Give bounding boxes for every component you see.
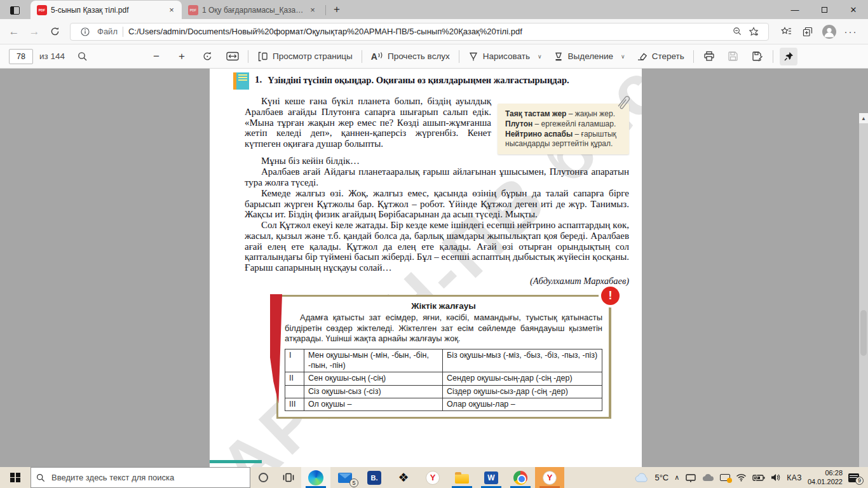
profile-button[interactable] [818, 25, 840, 39]
onedrive-cloud-icon[interactable] [702, 473, 714, 482]
forward-button[interactable]: → [24, 22, 44, 42]
save-as-button[interactable] [749, 48, 766, 65]
chevron-down-icon[interactable]: ∨ [621, 53, 625, 60]
cortana-icon [259, 473, 268, 482]
taskbar-app-mail[interactable]: 5 [330, 467, 360, 488]
collections-icon[interactable] [797, 22, 818, 42]
new-tab-button[interactable]: + [329, 1, 345, 18]
save-as-icon [752, 51, 763, 62]
start-button[interactable] [0, 467, 31, 488]
tray-expand-icon[interactable]: ∧ [674, 473, 679, 482]
zoom-out-button[interactable]: − [147, 48, 165, 65]
tab-inactive-pdf[interactable]: PDF 1 Оқу бағдарламасы_Қазақ тілі × [182, 1, 323, 19]
plural-cell: Біз оқушы-мыз (-міз, -быз, -біз, -пыз, -… [443, 349, 602, 372]
page-total-label: из 144 [39, 51, 65, 61]
person-cell: III [285, 398, 304, 410]
zoom-in-button[interactable]: + [173, 48, 191, 65]
vocab-line: Плутон – ергежейлі ғаламшар. [505, 119, 621, 130]
read-aloud-icon: A [371, 51, 383, 62]
volume-icon[interactable] [771, 473, 781, 482]
close-button[interactable]: ✕ [839, 0, 868, 19]
page-view-button[interactable]: Просмотр страницы [255, 48, 355, 65]
chrome-icon [513, 471, 527, 485]
settings-menu-icon[interactable]: ··· [840, 22, 862, 42]
clock[interactable]: 06:28 04.01.2022 [808, 469, 843, 487]
task-view-button[interactable] [276, 467, 301, 488]
pin-toolbar-button[interactable] [780, 48, 797, 65]
taskbar-app-bitrix[interactable]: B. [360, 467, 389, 488]
red-ribbon [270, 294, 282, 403]
url-field[interactable]: Файл C:/Users/admin/Documents/Новый%20фо… [70, 23, 769, 41]
time-label: 06:28 [808, 469, 843, 478]
language-indicator[interactable]: КАЗ [787, 473, 802, 482]
draw-label: Нарисовать [483, 51, 530, 61]
fit-width-button[interactable] [224, 48, 241, 65]
info-icon[interactable] [77, 24, 93, 40]
taskbar-app-yandex-browser[interactable]: Y [418, 467, 447, 488]
taskbar-search-box[interactable] [31, 467, 250, 488]
read-aloud-button[interactable]: A Прочесть вслух [369, 48, 452, 65]
reload-button[interactable] [44, 22, 65, 42]
date-label: 04.01.2022 [808, 478, 843, 487]
taskbar-app-word[interactable]: W [477, 467, 506, 488]
highlight-label: Выделение [568, 51, 614, 61]
draw-button[interactable]: Нарисовать ∨ [466, 48, 545, 65]
tab-close-icon[interactable]: × [166, 5, 177, 15]
scroll-up-icon[interactable]: ▲ [859, 113, 868, 123]
search-document-button[interactable] [74, 48, 92, 65]
favorites-hub-icon[interactable] [775, 22, 797, 42]
notification-center-button[interactable]: 9 [848, 473, 859, 482]
rotate-button[interactable] [198, 48, 216, 65]
tab-close-icon[interactable]: × [308, 5, 318, 15]
taskbar-search-input[interactable] [50, 472, 245, 483]
task-view-icon [283, 473, 294, 482]
display-notification-icon[interactable] [720, 474, 730, 481]
taskbar-app-explorer[interactable] [447, 467, 477, 488]
taskbar-app-edge[interactable] [301, 467, 330, 488]
tab-active-pdf[interactable]: PDF 5-сынып Қазақ тілі.pdf × [31, 1, 182, 19]
exercise-book-icon [233, 72, 249, 90]
paragraph: Күні кеше ғана бүкіл планета болып, бізд… [245, 96, 491, 154]
vocab-line: Нейтрино аспабы – ғарыштық нысандарды зе… [505, 130, 621, 150]
battery-icon[interactable] [752, 474, 765, 482]
taskbar-app-yandex-active[interactable]: Y [535, 467, 564, 488]
url-scheme-label: Файл [97, 27, 118, 36]
restore-icon [822, 7, 827, 13]
vertical-tabs-button[interactable] [5, 2, 24, 18]
vertical-scrollbar[interactable]: ▲ [859, 113, 868, 488]
temperature-label[interactable]: 5°C [654, 473, 668, 482]
highlight-button[interactable]: Выделение ∨ [551, 48, 628, 65]
page-view-icon [257, 51, 268, 62]
grammar-body: Адамға қатысты зат есімдер, яғни, кәсібі… [285, 313, 602, 344]
wifi-icon[interactable] [736, 473, 747, 482]
chevron-down-icon[interactable]: ∨ [538, 53, 542, 60]
erase-button[interactable]: Стереть [634, 48, 687, 65]
taskbar-app-dropbox[interactable]: ❖ [389, 467, 418, 488]
toolbar-separator [248, 50, 248, 63]
back-button[interactable]: ← [4, 22, 24, 42]
next-section-accent-bar [210, 460, 262, 463]
zoom-out-indicator-icon[interactable] [729, 24, 745, 40]
cortana-button[interactable] [250, 467, 276, 488]
table-row: II Сен оқушы-сың (-сің) Сендер оқушы-сың… [285, 372, 602, 385]
grammar-rule-box: ! Жіктік жалғауы Адамға қатысты зат есім… [276, 295, 611, 419]
highlighter-icon [553, 51, 564, 62]
connect-display-icon[interactable] [685, 473, 696, 482]
minimize-button[interactable]: — [780, 0, 810, 19]
person-cell [285, 385, 304, 398]
page-number-input[interactable] [9, 49, 33, 64]
save-button[interactable] [724, 48, 742, 65]
tab-title: 1 Оқу бағдарламасы_Қазақ тілі [202, 6, 304, 15]
print-button[interactable] [700, 48, 718, 65]
paragraph: Кемеде жалғыз өзі. Жоқ, жалғыз емес, қас… [245, 188, 629, 220]
scrollbar-thumb[interactable] [860, 310, 867, 356]
add-favorite-icon[interactable] [745, 24, 762, 40]
toolbar-separator [773, 50, 773, 63]
pdf-content-area[interactable]: АРМАН-ПВ бас 1. Үзіндіні түсініп оқыңдар… [0, 69, 868, 467]
toolbar-separator [693, 50, 694, 63]
singular-cell: Мен оқушы-мын (-мін, -бын, -бін, -пын, -… [304, 349, 443, 372]
restore-button[interactable] [810, 0, 839, 19]
weather-cloud-icon[interactable] [635, 473, 649, 482]
taskbar-app-chrome[interactable] [506, 467, 535, 488]
rotate-icon [202, 51, 213, 62]
